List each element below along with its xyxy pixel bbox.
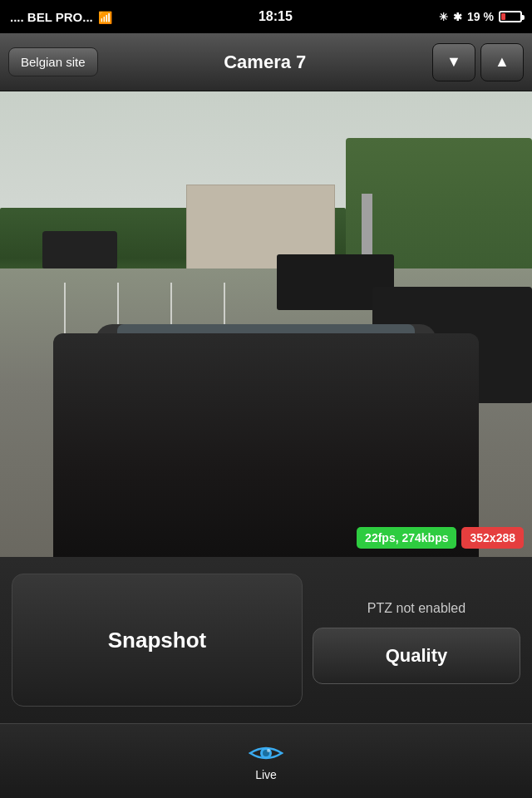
live-tab-icon[interactable]: [249, 741, 283, 765]
status-right: 19 %: [439, 10, 522, 23]
nav-arrows: ▼ ▲: [432, 43, 524, 81]
live-tab-label: Live: [255, 768, 277, 781]
status-bar: .... BEL PRO... 18:15 19 %: [0, 0, 532, 33]
camera-prev-button[interactable]: ▼: [432, 43, 475, 81]
battery-fill: [501, 13, 505, 20]
car-front: [53, 333, 479, 557]
camera-next-button[interactable]: ▲: [480, 43, 524, 81]
camera-title: Camera 7: [106, 52, 424, 73]
fps-stat: 22fps, 274kbps: [357, 527, 456, 549]
camera-feed: 22fps, 274kbps 352x288: [0, 91, 532, 557]
spinner-icon: [439, 10, 448, 23]
controls-panel: Snapshot PTZ not enabled Quality: [0, 557, 532, 723]
resolution-stat: 352x288: [461, 527, 524, 549]
video-stats: 22fps, 274kbps 352x288: [357, 527, 524, 549]
nav-bar: Belgian site Camera 7 ▼ ▲: [0, 33, 532, 91]
site-button[interactable]: Belgian site: [8, 47, 98, 76]
right-panel: PTZ not enabled Quality: [313, 574, 520, 707]
quality-button[interactable]: Quality: [313, 628, 520, 684]
video-scene: [0, 91, 532, 557]
snapshot-button[interactable]: Snapshot: [12, 574, 303, 707]
status-left: .... BEL PRO...: [10, 10, 112, 24]
bluetooth-icon: [453, 10, 462, 23]
ptz-label: PTZ not enabled: [313, 596, 520, 621]
clock: 18:15: [259, 9, 293, 24]
battery-icon: [499, 11, 522, 22]
carrier-text: .... BEL PRO...: [10, 10, 93, 24]
battery-percent: 19 %: [467, 10, 494, 23]
wifi-icon: [98, 10, 112, 24]
svg-point-2: [267, 749, 270, 752]
car-left: [42, 231, 117, 268]
tab-bar: Live: [0, 723, 532, 798]
